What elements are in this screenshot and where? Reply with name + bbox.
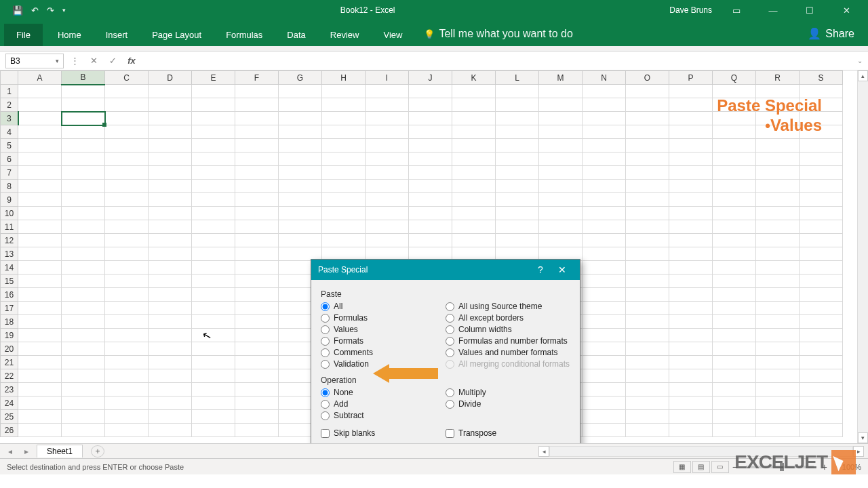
cell-H7[interactable] (322, 166, 366, 180)
cell-D18[interactable] (149, 315, 192, 329)
cell-F19[interactable] (235, 329, 279, 342)
cell-I9[interactable] (366, 193, 409, 207)
cell-E17[interactable] (192, 302, 235, 315)
cell-N1[interactable] (583, 85, 626, 98)
cell-Q24[interactable] (713, 396, 756, 410)
cell-P9[interactable] (669, 193, 713, 207)
cell-P21[interactable] (669, 356, 713, 369)
cell-E25[interactable] (192, 410, 235, 424)
cell-E1[interactable] (192, 85, 235, 98)
cell-I7[interactable] (366, 166, 409, 180)
cell-B19[interactable] (62, 329, 105, 342)
cell-B6[interactable] (62, 152, 105, 166)
cell-E24[interactable] (192, 396, 235, 410)
cell-Q20[interactable] (713, 342, 756, 356)
cell-R11[interactable] (756, 220, 800, 234)
cell-H2[interactable] (322, 98, 366, 112)
cell-A6[interactable] (18, 152, 62, 166)
cell-F9[interactable] (235, 193, 279, 207)
cell-C25[interactable] (105, 410, 149, 424)
cell-P2[interactable] (669, 98, 713, 112)
cell-O21[interactable] (626, 356, 669, 369)
cell-N7[interactable] (583, 166, 626, 180)
cell-S18[interactable] (800, 315, 843, 329)
cell-C12[interactable] (105, 234, 149, 247)
cell-C6[interactable] (105, 152, 149, 166)
row-header-18[interactable]: 18 (1, 315, 18, 329)
cell-G7[interactable] (279, 166, 322, 180)
cell-S26[interactable] (800, 424, 843, 437)
cell-A18[interactable] (18, 315, 62, 329)
cell-S19[interactable] (800, 329, 843, 342)
cell-R7[interactable] (756, 166, 800, 180)
col-header-C[interactable]: C (105, 71, 149, 85)
cell-C15[interactable] (105, 274, 149, 288)
cell-E26[interactable] (192, 424, 235, 437)
cell-I10[interactable] (366, 207, 409, 220)
row-header-12[interactable]: 12 (1, 234, 18, 247)
cell-P6[interactable] (669, 152, 713, 166)
cell-G9[interactable] (279, 193, 322, 207)
cell-B14[interactable] (62, 261, 105, 274)
cell-B18[interactable] (62, 315, 105, 329)
cell-P4[interactable] (669, 125, 713, 139)
cell-E20[interactable] (192, 342, 235, 356)
cell-L1[interactable] (496, 85, 539, 98)
cell-Q16[interactable] (713, 288, 756, 302)
cell-D7[interactable] (149, 166, 192, 180)
tab-review[interactable]: Review (318, 24, 372, 46)
cell-J3[interactable] (409, 112, 452, 125)
col-header-L[interactable]: L (496, 71, 539, 85)
cell-G11[interactable] (279, 220, 322, 234)
cell-L3[interactable] (496, 112, 539, 125)
cell-I4[interactable] (366, 125, 409, 139)
row-header-5[interactable]: 5 (1, 139, 18, 152)
col-header-J[interactable]: J (409, 71, 452, 85)
cell-J12[interactable] (409, 234, 452, 247)
cell-F16[interactable] (235, 288, 279, 302)
cell-J5[interactable] (409, 139, 452, 152)
cell-Q6[interactable] (713, 152, 756, 166)
cell-S8[interactable] (800, 180, 843, 193)
cell-O14[interactable] (626, 261, 669, 274)
cell-B4[interactable] (62, 125, 105, 139)
cell-R16[interactable] (756, 288, 800, 302)
cell-K2[interactable] (452, 98, 496, 112)
cell-M10[interactable] (539, 207, 583, 220)
cell-C14[interactable] (105, 261, 149, 274)
cell-P22[interactable] (669, 369, 713, 383)
cell-R12[interactable] (756, 234, 800, 247)
cell-R8[interactable] (756, 180, 800, 193)
cell-I2[interactable] (366, 98, 409, 112)
tell-me-search[interactable]: 💡 Tell me what you want to do (414, 22, 582, 46)
col-header-B[interactable]: B (62, 71, 105, 85)
cell-E9[interactable] (192, 193, 235, 207)
cell-R19[interactable] (756, 329, 800, 342)
cell-Q15[interactable] (713, 274, 756, 288)
insert-function-icon[interactable]: fx (123, 56, 140, 66)
cell-A8[interactable] (18, 180, 62, 193)
skip-blanks-checkbox[interactable]: Skip blanks (321, 428, 446, 438)
cell-Q11[interactable] (713, 220, 756, 234)
cell-K3[interactable] (452, 112, 496, 125)
cell-H8[interactable] (322, 180, 366, 193)
cell-B20[interactable] (62, 342, 105, 356)
cell-F6[interactable] (235, 152, 279, 166)
tab-page-layout[interactable]: Page Layout (140, 24, 214, 46)
cell-I11[interactable] (366, 220, 409, 234)
cell-N8[interactable] (583, 180, 626, 193)
cell-L6[interactable] (496, 152, 539, 166)
cell-R15[interactable] (756, 274, 800, 288)
sheet-nav-prev-icon[interactable]: ◂ (4, 447, 16, 456)
cell-L5[interactable] (496, 139, 539, 152)
cell-R10[interactable] (756, 207, 800, 220)
cell-A10[interactable] (18, 207, 62, 220)
cell-A15[interactable] (18, 274, 62, 288)
cell-L11[interactable] (496, 220, 539, 234)
cell-N5[interactable] (583, 139, 626, 152)
cell-B1[interactable] (62, 85, 105, 98)
cell-C3[interactable] (105, 112, 149, 125)
cell-O22[interactable] (626, 369, 669, 383)
cell-L7[interactable] (496, 166, 539, 180)
cell-E18[interactable] (192, 315, 235, 329)
